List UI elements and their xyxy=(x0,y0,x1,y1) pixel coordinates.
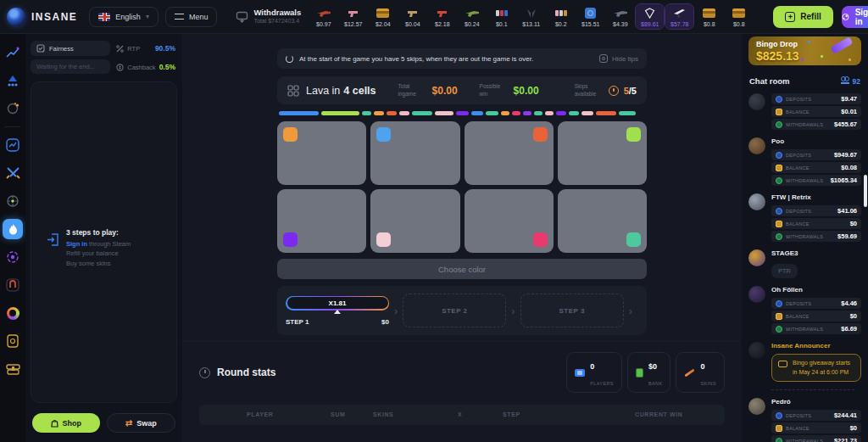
game-cell[interactable] xyxy=(558,121,647,185)
table-header: PLAYER SUM SKINS X STEP CURRENT WIN xyxy=(199,405,725,425)
game-cell[interactable] xyxy=(277,121,366,185)
chat-user: Oh Föllen DEPOSITS$4.46 BALANCE$0 WITHDR… xyxy=(748,286,861,334)
progress-segment xyxy=(471,111,483,115)
ticket-icon xyxy=(778,361,787,367)
game-cell[interactable] xyxy=(370,121,459,185)
chat-stat-withdrawals: WITHDRAWALS$59.69 xyxy=(771,231,861,242)
bingo-amount: $825.13 xyxy=(756,49,799,63)
rail-item-chest[interactable] xyxy=(3,359,23,379)
drop-item[interactable]: $0.2 xyxy=(547,4,575,29)
players-chip: 0PLAYERS xyxy=(566,352,622,393)
withdrawals-block[interactable]: Withdrawals Total $7472403.4 xyxy=(236,8,301,25)
avatar[interactable] xyxy=(748,137,765,154)
skins-chip: 0SKINS xyxy=(676,352,725,393)
drop-item[interactable]: $15.51 xyxy=(576,4,604,29)
percent-icon xyxy=(116,45,124,53)
choose-color-button[interactable]: Choose color xyxy=(277,259,647,279)
avatar[interactable] xyxy=(748,249,765,266)
steam-icon xyxy=(842,12,849,22)
drop-item[interactable]: $0.24 xyxy=(458,4,486,29)
swap-button[interactable]: ⇄ Swap xyxy=(107,413,176,433)
main-area: At the start of the game you have 5 skip… xyxy=(182,34,742,442)
progress-segment xyxy=(596,111,616,115)
sign-in-button[interactable]: Sign in xyxy=(842,6,868,28)
chat-username[interactable]: STAGE3 xyxy=(771,249,861,257)
drop-item[interactable]: $13.11 xyxy=(517,4,545,29)
logo-icon xyxy=(7,8,25,26)
progress-segment xyxy=(321,111,359,115)
step-1[interactable]: X1.81 STEP 1 $0 xyxy=(286,296,389,326)
games-rail xyxy=(0,34,25,442)
shop-button[interactable]: Shop xyxy=(32,413,100,433)
deposits-icon xyxy=(776,96,782,103)
tips-banner: At the start of the game you have 5 skip… xyxy=(277,48,647,69)
case-icon xyxy=(732,7,745,20)
drop-item[interactable]: $0.8 xyxy=(725,4,753,29)
claws-icon xyxy=(526,7,537,20)
rail-item-chart[interactable] xyxy=(3,135,23,155)
fairness-button[interactable]: Fairness xyxy=(31,41,110,56)
logo[interactable]: INSANE xyxy=(0,8,89,26)
cell-color-badge xyxy=(626,232,641,247)
rail-item-plinko[interactable] xyxy=(3,70,23,91)
rail-item-roulette[interactable] xyxy=(3,191,23,211)
chat-username[interactable]: Poo xyxy=(771,137,861,145)
drop-item[interactable]: $0.97 xyxy=(309,4,337,29)
rail-item-lava-active[interactable] xyxy=(3,219,23,239)
drop-item[interactable]: $2.18 xyxy=(428,4,456,29)
drop-item[interactable]: $4.39 xyxy=(606,4,634,29)
avatar[interactable] xyxy=(748,286,765,303)
tron-icon xyxy=(644,7,655,20)
game-cell[interactable] xyxy=(465,121,554,185)
deposits-icon xyxy=(776,300,782,307)
drop-item[interactable]: $0.04 xyxy=(398,4,426,29)
round-stats-title: Round stats xyxy=(217,366,275,378)
chat-user: FTW | Retrix DEPOSITS$41.06 BALANCE$0 WI… xyxy=(748,193,861,242)
drop-item-highlighted[interactable]: $89.61 xyxy=(636,4,664,29)
rail-item-battles[interactable] xyxy=(3,163,23,183)
possible-win-value: $0.00 xyxy=(514,85,539,97)
drop-item[interactable]: $12.57 xyxy=(339,4,367,29)
right-panel: Bingo Drop $825.13 Chat room 92 DEPOSITS… xyxy=(742,34,868,442)
menu-icon xyxy=(175,14,184,20)
game-title: Lava in4 cells xyxy=(306,85,376,97)
refill-button[interactable]: + Refill xyxy=(773,6,832,28)
progress-segment xyxy=(362,111,371,115)
avatar[interactable] xyxy=(748,193,765,210)
bingo-drop-banner[interactable]: Bingo Drop $825.13 xyxy=(748,36,861,65)
chat-stat-balance: BALANCE$0 xyxy=(771,422,861,434)
rail-item-magnet[interactable] xyxy=(3,275,23,295)
drop-item-highlighted[interactable]: $57.78 xyxy=(665,4,693,29)
case-icon xyxy=(376,7,389,20)
drop-item[interactable]: $0.8 xyxy=(695,4,723,29)
rail-item-slots[interactable] xyxy=(3,331,23,351)
rtp-label: RTP xyxy=(127,45,140,53)
avatar[interactable] xyxy=(748,398,765,415)
language-selector[interactable]: English ▾ xyxy=(89,7,159,27)
menu-button[interactable]: Menu xyxy=(165,7,218,27)
avatar[interactable] xyxy=(748,93,765,110)
game-cell[interactable] xyxy=(370,189,459,253)
steps-to-play: 3 steps to play: Sign in through Steam R… xyxy=(47,228,131,268)
scrollbar[interactable] xyxy=(864,175,867,207)
live-drops-row: $0.97 $12.57 $2.04 $0.04 $2.18 $0.24 $0.… xyxy=(309,4,753,29)
progress-segment xyxy=(456,111,469,115)
drop-item[interactable]: $0.1 xyxy=(487,4,515,29)
sign-in-link[interactable]: Sign in xyxy=(66,240,87,248)
rail-item-wheel[interactable] xyxy=(3,247,23,267)
rail-item-orbit[interactable] xyxy=(3,98,23,119)
logo-text: INSANE xyxy=(31,11,77,23)
chat-username[interactable]: Oh Föllen xyxy=(771,286,861,294)
chat-username[interactable]: FTW | Retrix xyxy=(771,193,861,201)
chat-username[interactable]: Pedró xyxy=(771,398,861,406)
rail-item-ring[interactable] xyxy=(3,303,23,323)
game-cell[interactable] xyxy=(558,189,647,253)
game-cell[interactable] xyxy=(277,189,366,253)
rail-item-upgrade[interactable] xyxy=(3,42,23,63)
chat-message: PTR xyxy=(771,264,798,278)
hide-tips-button[interactable]: Hide tips xyxy=(599,54,638,63)
chevron-right-icon: › xyxy=(511,305,515,317)
skips-icon xyxy=(609,86,619,96)
drop-item[interactable]: $2.04 xyxy=(369,4,397,29)
game-cell[interactable] xyxy=(465,189,554,253)
